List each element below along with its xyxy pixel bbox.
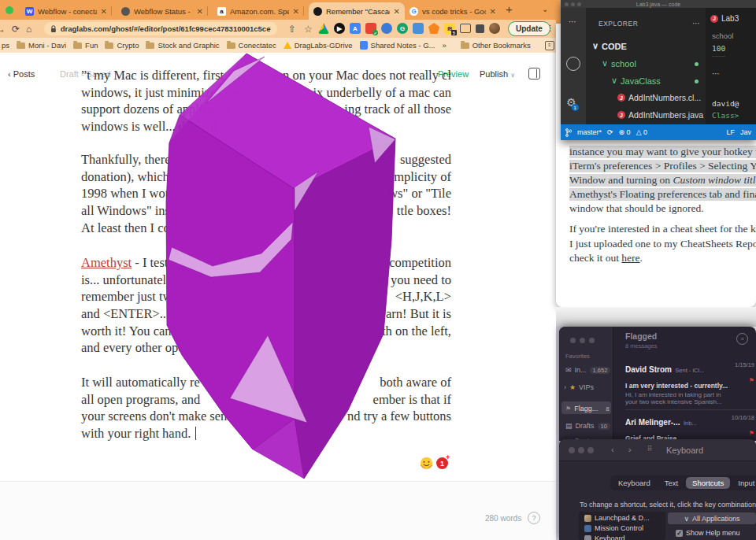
- accounts-icon[interactable]: [566, 57, 580, 71]
- traffic-light[interactable]: [580, 338, 585, 343]
- all-applications-header[interactable]: ∨ All Applications: [668, 512, 756, 524]
- bookmark-moni[interactable]: Moni - Davi: [17, 41, 66, 50]
- sync-icon[interactable]: ⟳: [607, 128, 613, 136]
- sidebar-vips[interactable]: › ★VIPs: [564, 383, 594, 391]
- panel-more-icon[interactable]: ⋯: [712, 69, 720, 78]
- bookmark-conectatec[interactable]: Conectatec: [227, 41, 276, 50]
- profile-avatar[interactable]: [489, 23, 500, 34]
- reload-icon[interactable]: ⟳: [12, 24, 20, 35]
- notes-extension-icon[interactable]: ≋5: [444, 23, 455, 34]
- git-branch-label[interactable]: master*: [577, 128, 602, 136]
- translate-extension-icon[interactable]: A: [350, 23, 361, 34]
- tab-close-icon[interactable]: ✕: [394, 7, 400, 16]
- back-icon[interactable]: ‹: [611, 445, 614, 454]
- show-all-grid-icon[interactable]: ⠿: [647, 445, 653, 453]
- editor-tab-lab3[interactable]: JLab3: [710, 14, 739, 23]
- explorer-more-icon[interactable]: ⋯: [692, 19, 700, 28]
- tree-root-code[interactable]: ∨CODE: [592, 41, 627, 51]
- filter-icon[interactable]: ≡: [736, 333, 748, 345]
- post-editor-body[interactable]: ”t my Mac is different, first, the lton …: [81, 63, 451, 457]
- publish-button[interactable]: Publish ∨: [480, 69, 515, 79]
- other-bookmarks[interactable]: Other Bookmarks: [461, 41, 531, 50]
- language-indicator[interactable]: Jav: [740, 128, 751, 136]
- more-actions-icon[interactable]: ⋯: [569, 17, 576, 26]
- bookmark-shared-notes[interactable]: Shared Notes - G...: [360, 41, 435, 50]
- url-bar[interactable]: draglabs.com/ghost/#/editor/post/61fc99c…: [44, 22, 277, 35]
- blue-extension-icon[interactable]: [381, 23, 392, 34]
- sidebar-flagged-selected[interactable]: ⚑Flagg... 8: [565, 405, 610, 412]
- home-icon[interactable]: ⌂: [26, 24, 32, 35]
- tab-ghost-editor-active[interactable]: Remember "Cascade ✕: [309, 2, 405, 20]
- new-tab-button[interactable]: +: [506, 2, 513, 16]
- tree-file-class[interactable]: JAddIntNumbers.cl...: [617, 93, 701, 102]
- bookmark-stock[interactable]: Stock and Graphic: [146, 41, 219, 50]
- errors-indicator[interactable]: ⊗ 0: [619, 128, 631, 136]
- terminal-prompt[interactable]: Class>: [712, 111, 739, 120]
- sidebar-toggle-icon[interactable]: [528, 68, 540, 80]
- tab-vscode-tricks[interactable]: G vs code tricks - Goog ✕: [405, 2, 501, 20]
- tab-manager-icon[interactable]: [460, 24, 471, 33]
- video-extension-icon[interactable]: ▶: [334, 23, 345, 34]
- hug-emoji[interactable]: [420, 457, 433, 470]
- checkbox-checked[interactable]: ✓: [676, 530, 683, 537]
- category-mission-control[interactable]: Mission Control: [584, 524, 643, 532]
- bookmark-fun[interactable]: Fun: [73, 41, 98, 50]
- tab-search-chevron-icon[interactable]: ⌄: [542, 5, 548, 13]
- bookmarks-overflow-chevron[interactable]: »: [442, 41, 446, 50]
- bookmark-star-icon[interactable]: ☆: [304, 24, 313, 35]
- category-launchpad[interactable]: Launchpad & D...: [584, 514, 650, 522]
- tree-file-java[interactable]: JAddIntNumbers.java: [617, 110, 703, 120]
- tab-webflow-status[interactable]: Webflow Status - Inve ✕: [117, 2, 213, 20]
- bookmark-apps[interactable]: ps: [2, 41, 9, 50]
- tab-close-icon[interactable]: ✕: [490, 7, 496, 16]
- sidebar-inbox[interactable]: ✉In... 1,652: [565, 366, 610, 374]
- tab-close-icon[interactable]: ✕: [101, 7, 107, 16]
- code-line[interactable]: 100: [712, 44, 725, 57]
- browser-menu-icon[interactable]: ⋮: [547, 24, 554, 32]
- tab-amazon[interactable]: a Amazon.com. Spend l ✕: [213, 2, 309, 20]
- message-row[interactable]: Ari Melinger-... Inb... 10/16/18 Grief a…: [625, 414, 756, 441]
- tree-folder-school[interactable]: ∨school: [602, 58, 636, 68]
- show-help-menu-row[interactable]: ✓ Show Help menu: [676, 529, 740, 537]
- traffic-light-green[interactable]: [6, 6, 13, 14]
- forward-icon[interactable]: ›: [628, 445, 632, 454]
- metamask-extension-icon[interactable]: [428, 23, 439, 34]
- tab-shortcuts[interactable]: Shortcuts: [686, 477, 730, 489]
- password-extension-icon[interactable]: ✓: [365, 23, 376, 34]
- traffic-light[interactable]: [589, 338, 595, 343]
- extensions-puzzle-icon[interactable]: [476, 24, 484, 33]
- traffic-light[interactable]: [587, 447, 594, 453]
- traffic-light[interactable]: [565, 2, 569, 6]
- update-button[interactable]: Update: [508, 21, 550, 36]
- tab-close-icon[interactable]: ✕: [293, 7, 299, 16]
- vscode-title-bar[interactable]: Lab3.java — code: [561, 0, 756, 8]
- traffic-light[interactable]: [571, 2, 575, 6]
- share-icon[interactable]: ⇧: [288, 24, 296, 35]
- eol-indicator[interactable]: LF: [726, 128, 735, 136]
- warnings-indicator[interactable]: △ 0: [636, 128, 647, 136]
- gdrive-extension-icon[interactable]: [318, 23, 329, 34]
- bookmark-crypto[interactable]: Crypto: [105, 41, 139, 50]
- amethyst-link[interactable]: Amethyst: [81, 255, 132, 270]
- traffic-light[interactable]: [578, 447, 584, 453]
- messenger-extension-icon[interactable]: [413, 23, 424, 34]
- message-row[interactable]: David Strom Sent - iCl... 1/15/19 I am v…: [625, 361, 756, 405]
- traffic-light[interactable]: [569, 447, 575, 453]
- breadcrumb[interactable]: school: [712, 31, 733, 40]
- grammarly-extension-icon[interactable]: G: [397, 23, 408, 34]
- traffic-light[interactable]: [577, 2, 581, 6]
- sidebar-drafts[interactable]: ▤Drafts 10: [565, 422, 610, 430]
- traffic-light[interactable]: [570, 338, 576, 343]
- settings-gear-icon[interactable]: ⚙1: [566, 96, 576, 109]
- forward-icon[interactable]: →: [0, 24, 6, 35]
- category-keyboard[interactable]: Keyboard: [584, 534, 625, 540]
- back-to-posts[interactable]: ‹ Posts: [8, 69, 35, 79]
- tab-close-icon[interactable]: ✕: [197, 7, 203, 16]
- bookmark-gdrive[interactable]: DragLabs-GDrive: [284, 41, 353, 50]
- tree-folder-javaclass[interactable]: ∨JavaClass: [611, 76, 661, 86]
- tab-webflow[interactable]: W Webflow - conectatec ✕: [20, 2, 117, 20]
- help-icon[interactable]: ?: [528, 512, 540, 524]
- here-link[interactable]: here: [621, 252, 639, 264]
- tab-text[interactable]: Text: [658, 477, 684, 489]
- tab-keyboard[interactable]: Keyboard: [612, 477, 657, 489]
